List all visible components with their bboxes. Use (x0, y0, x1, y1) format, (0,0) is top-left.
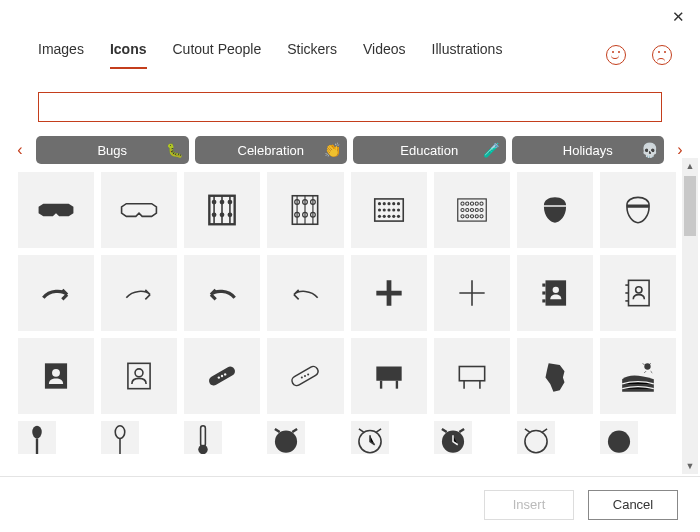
icon-arrow-curve-right[interactable] (101, 255, 177, 331)
svg-rect-53 (542, 284, 545, 287)
grid-scrollbar[interactable]: ▲ ▼ (682, 158, 698, 474)
icon-abacus-grid-2[interactable] (434, 172, 510, 248)
svg-point-42 (461, 208, 464, 211)
icon-africa-filled[interactable] (517, 338, 593, 414)
svg-point-6 (228, 200, 233, 205)
tab-videos[interactable]: Videos (363, 41, 406, 69)
icon-pin-outline[interactable] (101, 421, 139, 454)
svg-point-72 (304, 375, 306, 377)
icon-billboard-filled[interactable] (351, 338, 427, 414)
icon-pin[interactable] (18, 421, 56, 454)
tab-icons[interactable]: Icons (110, 41, 147, 69)
category-chip-education[interactable]: Education 🧪 (353, 136, 506, 164)
svg-point-47 (461, 215, 464, 218)
scroll-down-button[interactable]: ▼ (686, 458, 695, 474)
tab-stickers[interactable]: Stickers (287, 41, 337, 69)
svg-point-22 (382, 202, 385, 205)
scroll-thumb[interactable] (684, 176, 696, 236)
tab-images[interactable]: Images (38, 41, 84, 69)
svg-rect-55 (542, 300, 545, 303)
icon-plus-thin[interactable] (434, 255, 510, 331)
svg-point-5 (220, 200, 225, 205)
svg-rect-74 (376, 367, 401, 381)
flask-icon: 🧪 (483, 142, 500, 158)
svg-point-86 (199, 445, 209, 454)
icon-address-book-filled[interactable] (517, 255, 593, 331)
svg-point-49 (470, 215, 473, 218)
bug-icon: 🐛 (166, 142, 183, 158)
skull-icon: 💀 (641, 142, 658, 158)
tab-cutout-people[interactable]: Cutout People (173, 41, 262, 69)
icon-abacus-grid-1[interactable] (351, 172, 427, 248)
svg-point-81 (32, 426, 42, 439)
icon-alarm-clock-1[interactable] (267, 421, 305, 454)
svg-point-23 (387, 202, 390, 205)
svg-point-35 (396, 215, 399, 218)
svg-rect-77 (459, 367, 484, 381)
icon-address-book-outline[interactable] (600, 255, 676, 331)
svg-point-50 (475, 215, 478, 218)
icon-address-card-filled[interactable] (18, 338, 94, 414)
icon-alarm-clock-3[interactable] (434, 421, 472, 454)
svg-point-56 (552, 287, 558, 293)
icon-arrow-curve-right-bold[interactable] (18, 255, 94, 331)
icon-circle[interactable] (600, 421, 638, 454)
icon-acorn-filled[interactable] (517, 172, 593, 248)
svg-point-29 (392, 208, 395, 211)
category-next-button[interactable]: › (670, 141, 690, 159)
svg-point-73 (308, 374, 310, 376)
svg-point-91 (608, 431, 630, 453)
svg-point-33 (387, 215, 390, 218)
icon-agriculture-field[interactable] (600, 338, 676, 414)
icon-alarm-clock-2[interactable] (351, 421, 389, 454)
svg-point-65 (135, 369, 143, 377)
category-chip-celebration[interactable]: Celebration 👏 (195, 136, 348, 164)
svg-point-32 (382, 215, 385, 218)
icon-3d-glasses-filled[interactable] (18, 172, 94, 248)
chip-label: Bugs (97, 143, 127, 158)
svg-point-40 (475, 202, 478, 205)
icon-address-card-outline[interactable] (101, 338, 177, 414)
search-input[interactable] (38, 92, 662, 122)
category-chip-holidays[interactable]: Holidays 💀 (512, 136, 665, 164)
icon-plus-bold[interactable] (351, 255, 427, 331)
icon-abacus-1[interactable] (184, 172, 260, 248)
svg-point-28 (387, 208, 390, 211)
svg-point-38 (465, 202, 468, 205)
icon-abacus-2[interactable] (267, 172, 343, 248)
close-button[interactable]: ✕ (668, 8, 688, 28)
icon-acorn-outline[interactable] (600, 172, 676, 248)
feedback-happy-icon[interactable] (606, 45, 626, 65)
svg-point-67 (218, 377, 220, 379)
icon-bandage-outline[interactable] (267, 338, 343, 414)
icon-thermometer[interactable] (184, 421, 222, 454)
clap-icon: 👏 (324, 142, 341, 158)
svg-point-83 (115, 426, 125, 439)
svg-point-34 (392, 215, 395, 218)
svg-rect-85 (201, 426, 206, 447)
tab-illustrations[interactable]: Illustrations (432, 41, 503, 69)
svg-point-26 (377, 208, 380, 211)
scroll-up-button[interactable]: ▲ (686, 158, 695, 174)
icon-bandage-filled[interactable] (184, 338, 260, 414)
icon-3d-glasses-outline[interactable] (101, 172, 177, 248)
svg-point-31 (377, 215, 380, 218)
category-chip-bugs[interactable]: Bugs 🐛 (36, 136, 189, 164)
svg-point-69 (224, 374, 226, 376)
icon-alarm-clock-4[interactable] (517, 421, 555, 454)
chip-label: Holidays (563, 143, 613, 158)
insert-button: Insert (484, 490, 574, 520)
svg-point-45 (475, 208, 478, 211)
cancel-button[interactable]: Cancel (588, 490, 678, 520)
feedback-sad-icon[interactable] (652, 45, 672, 65)
svg-point-87 (275, 431, 297, 453)
icon-billboard-outline[interactable] (434, 338, 510, 414)
icon-arrow-curve-left[interactable] (267, 255, 343, 331)
svg-point-48 (465, 215, 468, 218)
svg-point-41 (480, 202, 483, 205)
svg-point-71 (301, 377, 303, 379)
icon-arrow-curve-left-bold[interactable] (184, 255, 260, 331)
chip-label: Celebration (238, 143, 305, 158)
category-prev-button[interactable]: ‹ (10, 141, 30, 159)
svg-point-25 (396, 202, 399, 205)
